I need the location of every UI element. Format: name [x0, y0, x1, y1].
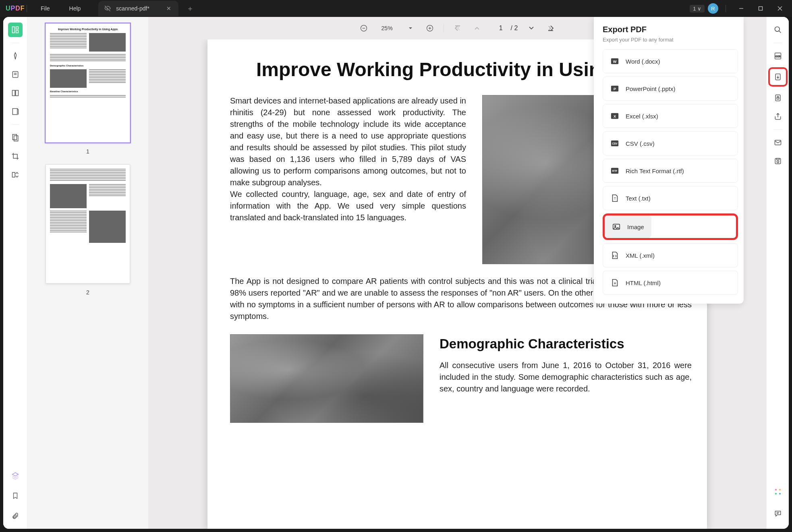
export-format-txt[interactable]: TText (.txt) [603, 186, 738, 210]
svg-rect-5 [16, 27, 18, 29]
grid-icon[interactable] [771, 484, 785, 499]
svg-rect-15 [12, 172, 15, 177]
eye-off-icon [104, 5, 111, 12]
zoom-level: 25% [377, 25, 397, 31]
highlight-icon[interactable] [8, 49, 23, 63]
page-thumbnail-2[interactable] [46, 164, 130, 284]
svg-rect-12 [12, 109, 17, 115]
zoom-dropdown[interactable] [405, 23, 416, 34]
last-page-button[interactable] [545, 23, 556, 34]
export-panel-title: Export PDF [603, 25, 738, 34]
export-icon[interactable] [768, 67, 788, 87]
svg-text:W: W [613, 60, 617, 64]
maximize-button[interactable] [753, 2, 769, 15]
protect-icon[interactable] [771, 91, 785, 105]
tab-close-icon[interactable]: ✕ [166, 5, 171, 12]
svg-text:H: H [614, 282, 616, 285]
zoom-out-button[interactable] [358, 23, 369, 34]
comment-icon[interactable] [771, 506, 785, 521]
svg-point-46 [775, 489, 776, 491]
share-icon[interactable] [771, 109, 785, 124]
menu-help[interactable]: Help [60, 5, 91, 12]
page-thumbnail-1[interactable]: Improve Working Productivity in Using Ap… [46, 23, 130, 143]
svg-rect-14 [14, 136, 18, 141]
svg-text:T: T [614, 197, 616, 201]
svg-rect-10 [12, 90, 15, 95]
export-format-csv[interactable]: CSVCSV (.csv) [603, 131, 738, 155]
export-format-image[interactable]: Image [605, 215, 651, 238]
svg-rect-6 [16, 31, 18, 33]
mail-icon[interactable] [771, 135, 785, 150]
export-format-excel[interactable]: XExcel (.xlsx) [603, 104, 738, 128]
svg-point-47 [779, 489, 780, 491]
layers-icon[interactable] [8, 468, 23, 483]
bookmark-icon[interactable] [8, 489, 23, 503]
thumbnail-number: 1 [44, 148, 132, 155]
svg-point-35 [775, 27, 780, 32]
window-count-dropdown[interactable]: 1 ∨ [690, 5, 705, 12]
thumbnail-number: 2 [44, 289, 132, 296]
tab-title: scanned-pdf* [116, 5, 149, 12]
minimize-button[interactable] [733, 2, 749, 15]
svg-rect-11 [15, 90, 18, 95]
export-panel-subtitle: Export your PDF to any format [603, 37, 738, 43]
right-toolbar: OCR [766, 17, 789, 529]
zoom-in-button[interactable] [424, 23, 435, 34]
titlebar: UPDF File Help scanned-pdf* ✕ ＋ 1 ∨ R [0, 0, 792, 17]
svg-line-36 [779, 31, 781, 33]
export-format-rtf[interactable]: RTFRich Text Format (.rtf) [603, 159, 738, 183]
export-pdf-panel: Export PDF Export your PDF to any format… [594, 17, 744, 304]
prev-page-button[interactable] [471, 23, 483, 34]
svg-text:RTF: RTF [612, 170, 618, 172]
bookmarks-list-icon[interactable] [8, 86, 23, 100]
svg-rect-40 [775, 95, 780, 101]
svg-text:P: P [614, 87, 616, 91]
export-format-word[interactable]: WWord (.docx) [603, 49, 738, 73]
pages-icon[interactable] [8, 130, 23, 145]
svg-rect-13 [12, 135, 17, 140]
svg-text:X: X [614, 114, 616, 118]
user-avatar[interactable]: R [708, 3, 718, 14]
svg-text:OCR: OCR [775, 55, 780, 58]
search-icon[interactable] [771, 23, 785, 37]
annotation-icon[interactable] [8, 104, 23, 119]
next-page-button[interactable] [526, 23, 537, 34]
svg-text:CSV: CSV [612, 142, 618, 145]
new-tab-button[interactable]: ＋ [187, 4, 194, 13]
ocr-icon[interactable]: OCR [771, 49, 785, 63]
svg-rect-45 [776, 158, 779, 159]
export-format-html[interactable]: HHTML (.html) [603, 271, 738, 295]
svg-point-44 [777, 161, 779, 163]
thumbnail-panel: Improve Working Productivity in Using Ap… [27, 17, 148, 529]
svg-point-33 [615, 226, 616, 227]
export-format-ppt[interactable]: PPowerPoint (.pptx) [603, 77, 738, 101]
page-input[interactable] [491, 25, 503, 32]
menu-file[interactable]: File [31, 5, 60, 12]
export-format-xml[interactable]: XML (.xml) [603, 243, 738, 267]
close-window-button[interactable] [772, 2, 788, 15]
svg-rect-1 [759, 7, 763, 10]
main-canvas: 25% / 2 Improve Working Productivity in … [148, 17, 766, 529]
crop-icon[interactable] [8, 149, 23, 164]
app-logo: UPDF [0, 5, 23, 12]
notes-icon[interactable] [8, 67, 23, 82]
compare-icon[interactable] [8, 168, 23, 182]
doc-image [230, 334, 423, 423]
svg-rect-41 [777, 97, 779, 99]
svg-rect-4 [12, 27, 15, 33]
document-tab[interactable]: scanned-pdf* ✕ [98, 1, 178, 16]
attachment-icon[interactable] [8, 509, 23, 523]
save-icon[interactable] [771, 154, 785, 168]
thumbnails-icon[interactable] [8, 23, 23, 37]
svg-point-48 [775, 493, 776, 495]
left-toolbar [3, 17, 27, 529]
first-page-button[interactable] [452, 23, 463, 34]
svg-point-49 [779, 493, 780, 495]
